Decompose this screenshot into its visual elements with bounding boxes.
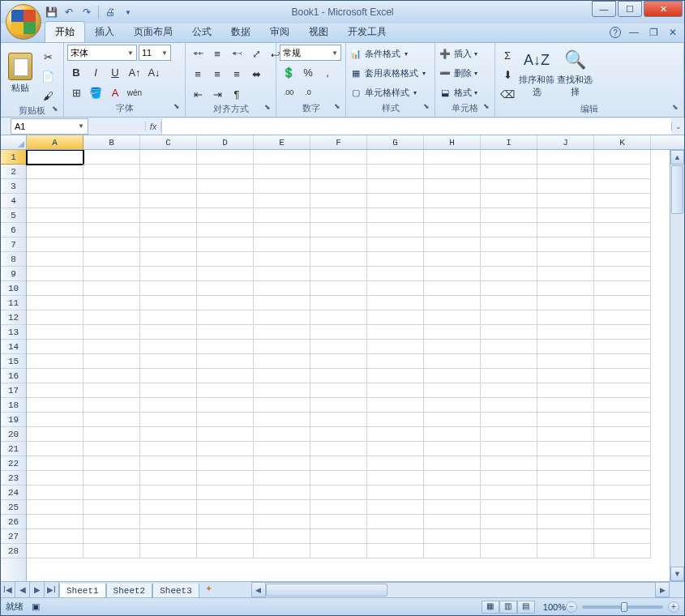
cell-H21[interactable]: [424, 442, 481, 456]
cell-F18[interactable]: [310, 398, 367, 413]
save-icon[interactable]: 💾: [45, 6, 58, 19]
cell-E10[interactable]: [254, 281, 310, 296]
decrease-decimal-button[interactable]: .0: [299, 83, 317, 101]
cell-B1[interactable]: [83, 150, 140, 165]
cell-H25[interactable]: [424, 500, 481, 515]
cell-F4[interactable]: [310, 194, 367, 208]
cell-I7[interactable]: [481, 237, 537, 252]
doc-minimize-icon[interactable]: —: [627, 26, 640, 39]
row-header-14[interactable]: 14: [1, 340, 26, 354]
cell-I19[interactable]: [481, 413, 537, 427]
cell-C15[interactable]: [140, 354, 197, 369]
cell-B7[interactable]: [83, 237, 140, 252]
cell-A8[interactable]: [27, 252, 83, 267]
cell-F28[interactable]: [310, 544, 367, 558]
cell-K21[interactable]: [594, 442, 651, 456]
column-header-F[interactable]: F: [310, 135, 367, 149]
paste-button[interactable]: 粘贴: [4, 45, 36, 101]
cell-E20[interactable]: [254, 427, 310, 442]
print-icon[interactable]: 🖨: [104, 6, 117, 19]
cell-E6[interactable]: [254, 223, 310, 237]
cell-D9[interactable]: [197, 267, 254, 281]
cell-F15[interactable]: [310, 354, 367, 369]
cell-H9[interactable]: [424, 267, 481, 281]
cell-K20[interactable]: [594, 427, 651, 442]
row-header-23[interactable]: 23: [1, 471, 26, 486]
column-header-K[interactable]: K: [594, 135, 651, 149]
cell-E5[interactable]: [254, 208, 310, 223]
cell-A2[interactable]: [27, 165, 83, 179]
cell-E9[interactable]: [254, 267, 310, 281]
cell-B21[interactable]: [83, 442, 140, 456]
cell-G18[interactable]: [367, 398, 424, 413]
cell-H14[interactable]: [424, 340, 481, 354]
cell-E14[interactable]: [254, 340, 310, 354]
cell-J4[interactable]: [537, 194, 594, 208]
cell-D25[interactable]: [197, 500, 254, 515]
cell-A9[interactable]: [27, 267, 83, 281]
cell-E11[interactable]: [254, 296, 310, 310]
cell-D23[interactable]: [197, 471, 254, 486]
cell-K25[interactable]: [594, 500, 651, 515]
cell-G19[interactable]: [367, 413, 424, 427]
cell-D12[interactable]: [197, 310, 254, 325]
fill-color-button[interactable]: 🪣: [87, 83, 105, 101]
cell-D10[interactable]: [197, 281, 254, 296]
align-left-button[interactable]: ≡: [189, 65, 207, 83]
cell-F14[interactable]: [310, 340, 367, 354]
cell-G11[interactable]: [367, 296, 424, 310]
comma-button[interactable]: ,: [319, 63, 336, 81]
doc-restore-icon[interactable]: ❐: [647, 26, 660, 39]
font-name-combo[interactable]: 宋体▼: [67, 45, 137, 61]
scroll-left-button[interactable]: ◀: [251, 582, 266, 597]
cell-I28[interactable]: [481, 544, 537, 558]
cell-D14[interactable]: [197, 340, 254, 354]
cell-A26[interactable]: [27, 515, 83, 529]
cell-I8[interactable]: [481, 252, 537, 267]
row-header-19[interactable]: 19: [1, 413, 26, 427]
cell-K8[interactable]: [594, 252, 651, 267]
cell-F26[interactable]: [310, 515, 367, 529]
column-header-I[interactable]: I: [481, 135, 537, 149]
italic-button[interactable]: I: [87, 63, 105, 81]
cell-K28[interactable]: [594, 544, 651, 558]
hscroll-thumb[interactable]: [266, 584, 387, 597]
cell-I18[interactable]: [481, 398, 537, 413]
cell-G25[interactable]: [367, 500, 424, 515]
cell-G14[interactable]: [367, 340, 424, 354]
row-header-4[interactable]: 4: [1, 194, 26, 208]
cell-B27[interactable]: [83, 529, 140, 544]
cell-J14[interactable]: [537, 340, 594, 354]
align-right-button[interactable]: ≡: [228, 65, 246, 83]
cell-D19[interactable]: [197, 413, 254, 427]
cell-C20[interactable]: [140, 427, 197, 442]
cell-K13[interactable]: [594, 325, 651, 340]
cell-E24[interactable]: [254, 486, 310, 500]
cell-F5[interactable]: [310, 208, 367, 223]
grow-font-button[interactable]: A↑: [126, 63, 143, 81]
cell-K4[interactable]: [594, 194, 651, 208]
cell-B25[interactable]: [83, 500, 140, 515]
cell-H7[interactable]: [424, 237, 481, 252]
cell-D7[interactable]: [197, 237, 254, 252]
cell-A4[interactable]: [27, 194, 83, 208]
cell-C27[interactable]: [140, 529, 197, 544]
cell-H26[interactable]: [424, 515, 481, 529]
cell-K6[interactable]: [594, 223, 651, 237]
cell-D22[interactable]: [197, 456, 254, 471]
increase-decimal-button[interactable]: .00: [280, 83, 298, 101]
cell-K7[interactable]: [594, 237, 651, 252]
cell-H18[interactable]: [424, 398, 481, 413]
column-header-D[interactable]: D: [197, 135, 254, 149]
cell-E28[interactable]: [254, 544, 310, 558]
cell-D27[interactable]: [197, 529, 254, 544]
autosum-button[interactable]: Σ: [499, 46, 516, 64]
page-break-view-button[interactable]: ▤: [517, 601, 535, 614]
cell-G20[interactable]: [367, 427, 424, 442]
cell-E2[interactable]: [254, 165, 310, 179]
cell-A14[interactable]: [27, 340, 83, 354]
close-button[interactable]: ✕: [644, 1, 683, 17]
cell-A1[interactable]: [27, 150, 83, 165]
cell-K23[interactable]: [594, 471, 651, 486]
cell-B18[interactable]: [83, 398, 140, 413]
